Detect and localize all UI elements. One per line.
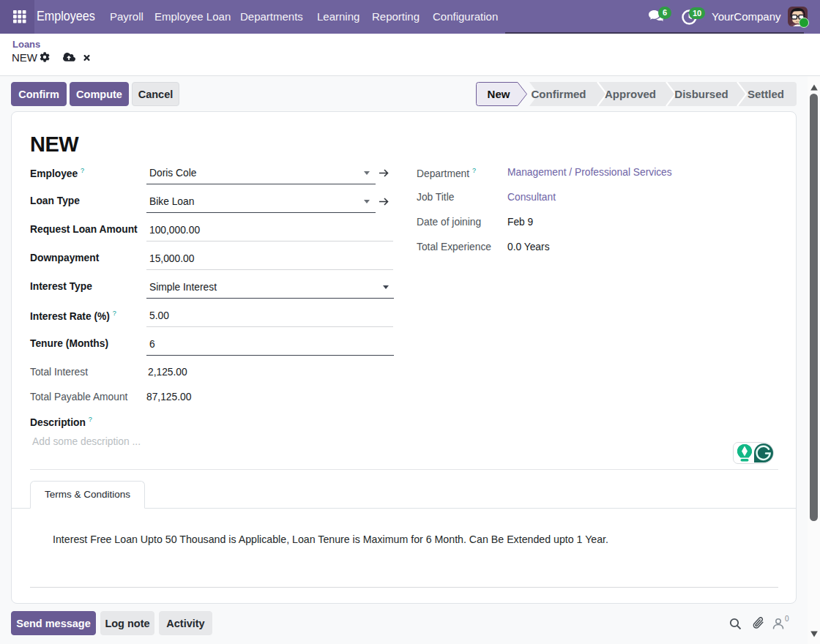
svg-text:Approved: Approved (605, 88, 656, 100)
svg-text:Disbursed: Disbursed (674, 88, 728, 100)
svg-text:Confirmed: Confirmed (532, 88, 586, 100)
svg-text:Settled: Settled (748, 88, 784, 100)
svg-text:New: New (488, 88, 510, 100)
